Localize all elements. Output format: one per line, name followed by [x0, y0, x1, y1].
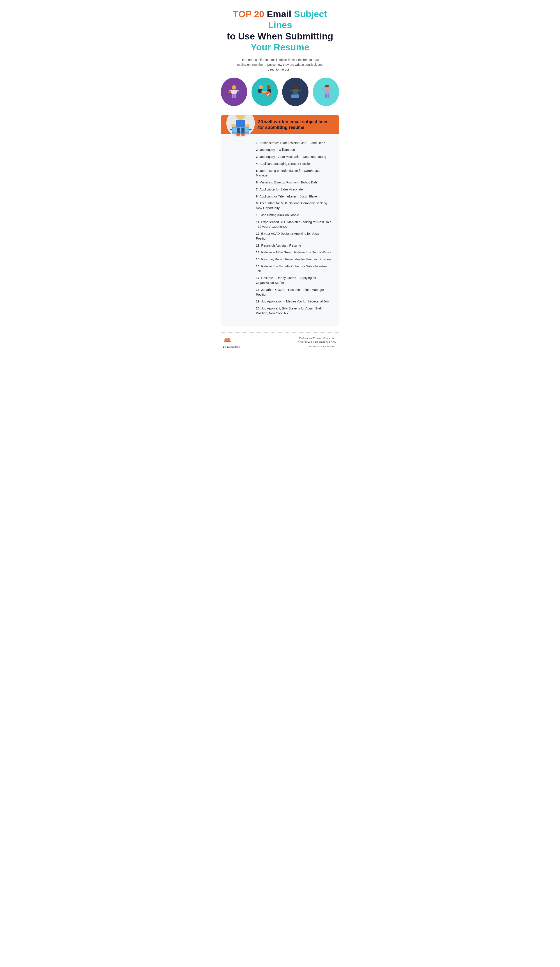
- svg-point-12: [265, 91, 270, 97]
- list-item: Referred by Michelle Cohen for Sales Ass…: [256, 263, 333, 275]
- svg-rect-1: [231, 90, 237, 94]
- list-item: Resume, Robert Fernandez for Teaching Po…: [256, 256, 333, 263]
- email-list-container: Administrative Staff Assistant Job – Jan…: [249, 134, 339, 319]
- svg-rect-37: [237, 127, 240, 134]
- svg-rect-19: [290, 99, 300, 99]
- list-item: Research Assistant Resume: [256, 242, 333, 249]
- svg-rect-36: [233, 128, 249, 132]
- svg-rect-22: [324, 90, 330, 94]
- main-title: TOP 20 Email Subject Lines to Use When S…: [221, 9, 339, 53]
- svg-rect-32: [245, 124, 250, 127]
- svg-rect-41: [224, 341, 231, 342]
- svg-point-6: [228, 91, 231, 93]
- illustration-person-working: [221, 78, 247, 106]
- title-line2: to Use When Submitting: [227, 31, 333, 41]
- svg-rect-15: [290, 90, 293, 91]
- list-item: Job Application – Megan Yoo for Secretar…: [256, 298, 333, 305]
- top20-highlight: TOP 20: [233, 9, 264, 19]
- svg-rect-23: [321, 87, 325, 90]
- footer-section: resumeble Professional Resume. Dream Job…: [221, 336, 339, 349]
- list-item: Resume – Danny Gatton – Applying for Org…: [256, 275, 333, 287]
- logo-text: resumeble: [223, 345, 240, 349]
- svg-point-13: [293, 85, 298, 89]
- footer-divider: [221, 332, 339, 333]
- page-wrapper: TOP 20 Email Subject Lines to Use When S…: [210, 0, 350, 355]
- subtitle-text: Here are 20 different email subject line…: [234, 58, 326, 72]
- svg-rect-26: [328, 94, 329, 98]
- illustration-person-celebrating: [313, 78, 339, 106]
- svg-point-39: [236, 133, 240, 136]
- person-at-laptop-illustration: [225, 115, 256, 136]
- list-item: Jonathan Glazer – Resume – Floor Manager…: [256, 287, 333, 298]
- svg-rect-38: [241, 127, 244, 134]
- box-header: 20 well-written email subject lines for …: [221, 115, 339, 134]
- list-item: Job Inquiry – Auto Mechanic – Desmond Yo…: [256, 153, 333, 160]
- svg-rect-5: [234, 94, 236, 98]
- main-content-box: 20 well-written email subject lines for …: [221, 115, 339, 326]
- svg-point-40: [241, 133, 245, 136]
- svg-rect-25: [325, 94, 327, 98]
- svg-rect-18: [292, 94, 299, 98]
- svg-point-8: [267, 85, 270, 89]
- email-subject-lines-list: Administrative Staff Assistant Job – Jan…: [256, 140, 333, 317]
- svg-rect-42: [224, 339, 231, 341]
- svg-rect-30: [236, 120, 245, 127]
- illustrations-row: [221, 78, 339, 106]
- list-item: Referral – Mike Green, Referred by Danny…: [256, 249, 333, 256]
- list-item: Administrative Staff Assistant Job – Jan…: [256, 140, 333, 147]
- list-item: Applicant for Telemarketer – Justin Blak…: [256, 193, 333, 200]
- box-header-title: 20 well-written email subject lines for …: [258, 119, 335, 130]
- email-text: Email: [264, 9, 294, 19]
- svg-rect-31: [231, 124, 236, 127]
- list-item: Job Inquiry – William Lee: [256, 147, 333, 153]
- list-item: Applicant Managing Director Position: [256, 160, 333, 167]
- illustration-person-sitting: [282, 78, 308, 106]
- svg-point-0: [232, 85, 236, 90]
- list-item: Job Applicant, Billy Stevens for Admin S…: [256, 305, 333, 317]
- resumeble-logo-icon: [223, 336, 232, 345]
- svg-rect-16: [298, 90, 301, 91]
- list-item: Managing Director Position – Bobby Dahl: [256, 179, 333, 186]
- list-item: Job Posting on Indeed.com for Warehouse …: [256, 167, 333, 179]
- list-item: Application for Sales Associate: [256, 186, 333, 193]
- footer-copyright: COPYRIGHT © RESUMEBLE.COM.: [298, 340, 337, 345]
- footer-rights: ALL RIGHTS RESERVED.: [298, 345, 337, 349]
- list-item: Job Listing #341 on Jooble: [256, 212, 333, 219]
- header-section: TOP 20 Email Subject Lines to Use When S…: [221, 9, 339, 53]
- svg-rect-43: [225, 338, 230, 339]
- title-line3: Your Resume: [250, 42, 310, 53]
- footer-right: Professional Resume. Dream Jobs. COPYRIG…: [298, 336, 337, 348]
- svg-rect-9: [258, 89, 262, 93]
- list-item: Experienced SEO Marketer Looking for Nex…: [256, 219, 333, 231]
- illustration-handshake: [252, 78, 278, 106]
- svg-rect-4: [232, 94, 234, 98]
- logo-area: resumeble: [223, 336, 240, 349]
- list-item: Accountant for Multi-National Company Se…: [256, 200, 333, 212]
- svg-rect-14: [293, 89, 298, 94]
- footer-tagline: Professional Resume. Dream Jobs.: [298, 336, 337, 340]
- list-item: 5-year ACAD Designer Applying for Vacant…: [256, 230, 333, 242]
- svg-point-7: [259, 85, 263, 89]
